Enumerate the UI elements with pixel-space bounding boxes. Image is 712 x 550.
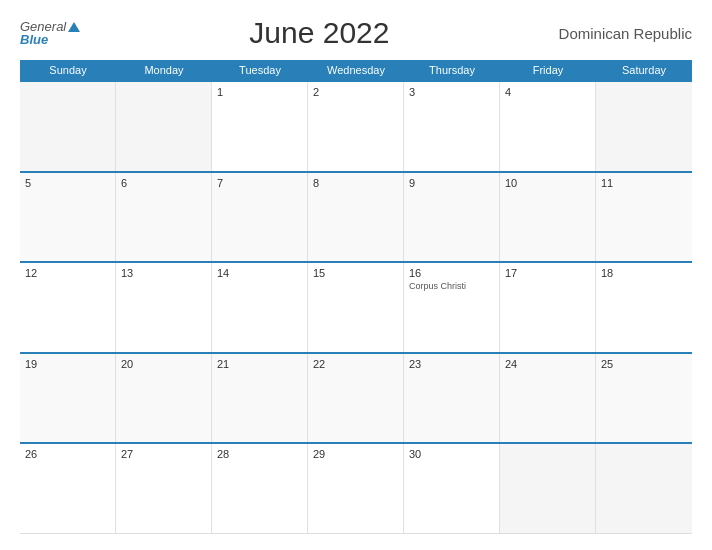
day-cell: 28 (212, 444, 308, 533)
day-number: 20 (121, 358, 206, 370)
day-cell: 26 (20, 444, 116, 533)
day-number: 4 (505, 86, 590, 98)
day-number: 14 (217, 267, 302, 279)
header-thursday: Thursday (404, 60, 500, 80)
day-cell: 2 (308, 82, 404, 171)
day-number: 5 (25, 177, 110, 189)
day-number: 28 (217, 448, 302, 460)
weeks-container: 1 2 3 4 5 6 7 8 9 10 11 12 13 14 15 (20, 80, 692, 534)
day-cell (116, 82, 212, 171)
day-cell: 8 (308, 173, 404, 262)
header-sunday: Sunday (20, 60, 116, 80)
page: General Blue June 2022 Dominican Republi… (0, 0, 712, 550)
day-cell: 5 (20, 173, 116, 262)
day-cell (596, 82, 692, 171)
day-number: 27 (121, 448, 206, 460)
day-number: 21 (217, 358, 302, 370)
day-cell: 21 (212, 354, 308, 443)
day-cell: 12 (20, 263, 116, 352)
header-friday: Friday (500, 60, 596, 80)
header-tuesday: Tuesday (212, 60, 308, 80)
day-number: 24 (505, 358, 590, 370)
header: General Blue June 2022 Dominican Republi… (20, 16, 692, 50)
day-cell: 25 (596, 354, 692, 443)
day-cell (20, 82, 116, 171)
day-number: 12 (25, 267, 110, 279)
day-number: 2 (313, 86, 398, 98)
day-cell: 14 (212, 263, 308, 352)
day-number: 17 (505, 267, 590, 279)
day-number: 13 (121, 267, 206, 279)
day-cell: 7 (212, 173, 308, 262)
day-cell: 6 (116, 173, 212, 262)
month-title: June 2022 (249, 16, 389, 50)
event-corpus-christi: Corpus Christi (409, 281, 494, 291)
header-saturday: Saturday (596, 60, 692, 80)
day-number: 10 (505, 177, 590, 189)
day-cell-corpus-christi: 16 Corpus Christi (404, 263, 500, 352)
day-number: 11 (601, 177, 687, 189)
day-number: 23 (409, 358, 494, 370)
day-number: 19 (25, 358, 110, 370)
day-number: 6 (121, 177, 206, 189)
day-cell: 23 (404, 354, 500, 443)
day-headers-row: Sunday Monday Tuesday Wednesday Thursday… (20, 60, 692, 80)
logo-blue-text: Blue (20, 33, 80, 46)
day-cell: 15 (308, 263, 404, 352)
day-number: 7 (217, 177, 302, 189)
day-cell: 30 (404, 444, 500, 533)
header-wednesday: Wednesday (308, 60, 404, 80)
day-cell: 17 (500, 263, 596, 352)
calendar: Sunday Monday Tuesday Wednesday Thursday… (20, 60, 692, 534)
day-cell: 13 (116, 263, 212, 352)
day-number: 22 (313, 358, 398, 370)
country-label: Dominican Republic (559, 25, 692, 42)
day-cell: 29 (308, 444, 404, 533)
week-2: 5 6 7 8 9 10 11 (20, 171, 692, 262)
day-cell: 9 (404, 173, 500, 262)
week-3: 12 13 14 15 16 Corpus Christi 17 18 (20, 261, 692, 352)
day-cell: 19 (20, 354, 116, 443)
day-cell: 24 (500, 354, 596, 443)
day-number: 8 (313, 177, 398, 189)
day-cell: 4 (500, 82, 596, 171)
logo-triangle-icon (68, 22, 80, 32)
day-cell: 3 (404, 82, 500, 171)
day-cell: 20 (116, 354, 212, 443)
day-number: 16 (409, 267, 494, 279)
day-cell: 10 (500, 173, 596, 262)
logo: General Blue (20, 20, 80, 46)
day-cell: 11 (596, 173, 692, 262)
week-4: 19 20 21 22 23 24 25 (20, 352, 692, 443)
day-number: 1 (217, 86, 302, 98)
day-cell: 18 (596, 263, 692, 352)
week-5: 26 27 28 29 30 (20, 442, 692, 534)
day-cell: 27 (116, 444, 212, 533)
day-number: 25 (601, 358, 687, 370)
day-cell (596, 444, 692, 533)
day-number: 3 (409, 86, 494, 98)
day-cell: 22 (308, 354, 404, 443)
day-number: 9 (409, 177, 494, 189)
header-monday: Monday (116, 60, 212, 80)
day-number: 26 (25, 448, 110, 460)
week-1: 1 2 3 4 (20, 80, 692, 171)
day-cell: 1 (212, 82, 308, 171)
day-number: 30 (409, 448, 494, 460)
day-number: 29 (313, 448, 398, 460)
day-cell (500, 444, 596, 533)
day-number: 18 (601, 267, 687, 279)
day-number: 15 (313, 267, 398, 279)
